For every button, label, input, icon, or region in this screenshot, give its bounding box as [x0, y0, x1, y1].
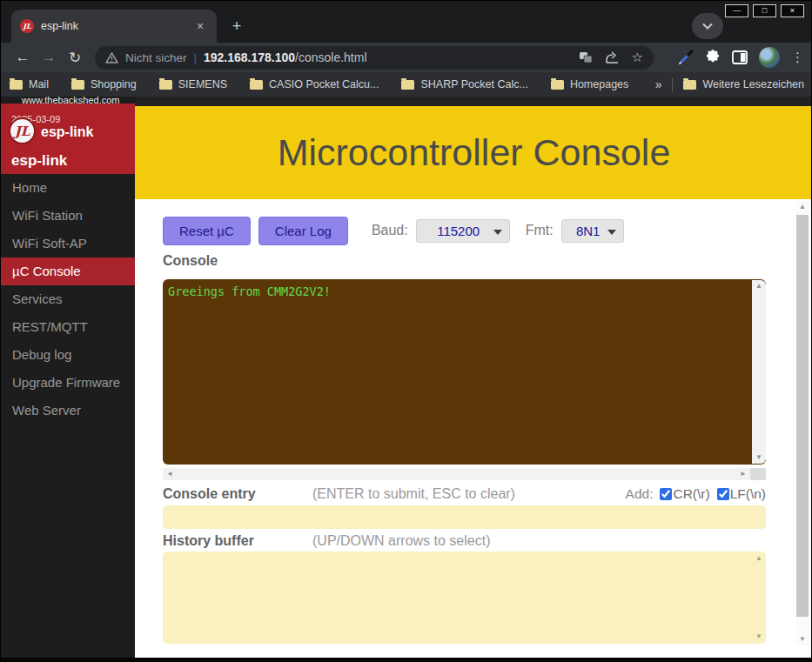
minimize-button[interactable]: —	[725, 4, 748, 17]
console-section-label: Console	[163, 253, 218, 269]
bookmark-item[interactable]: Homepages	[551, 78, 628, 90]
bookmark-label: Mail	[29, 78, 49, 90]
scrollbar-thumb[interactable]	[796, 215, 809, 617]
security-label: Nicht sicher	[125, 51, 187, 64]
baud-select[interactable]: 115200	[416, 219, 510, 243]
bookmark-star-icon[interactable]: ☆	[632, 50, 643, 65]
history-vertical-scrollbar[interactable]: ▲ ▼	[752, 552, 766, 643]
cr-checkbox-label[interactable]: CR(\r)	[660, 486, 709, 502]
browser-menu-icon[interactable]: ⋮	[791, 50, 804, 65]
history-buffer-row: History buffer (UP/DOWN arrows to select…	[163, 533, 766, 549]
maximize-button[interactable]: □	[753, 4, 776, 17]
folder-icon	[551, 80, 564, 90]
bookmark-label: CASIO Pocket Calcu...	[269, 78, 379, 90]
sidebar-item-debug-log[interactable]: Debug log	[1, 341, 135, 369]
bookmark-item[interactable]: Mail	[10, 78, 49, 90]
page-viewport: www.thebackshed.com 2025-03-09 JL esp-li…	[1, 97, 812, 658]
sidebar-item-wifi-softap[interactable]: WiFi Soft-AP	[1, 230, 135, 257]
side-panel-icon[interactable]	[732, 50, 748, 64]
share-icon[interactable]	[605, 51, 620, 64]
clear-log-button[interactable]: Clear Log	[258, 217, 348, 245]
url-separator: |	[194, 51, 197, 64]
console-horizontal-scrollbar[interactable]: ◄ ►	[163, 468, 750, 480]
browser-toolbar: ← → ↻ Nicht sicher | 192.168.178.100/con…	[1, 43, 812, 72]
tab-title: esp-link	[41, 20, 185, 32]
toolbar-extensions-area: ⋮	[678, 47, 812, 68]
bookmark-item[interactable]: Shopping	[71, 78, 137, 90]
address-bar[interactable]: Nicht sicher | 192.168.178.100/console.h…	[95, 46, 654, 70]
console-entry-hint: (ENTER to submit, ESC to clear)	[312, 486, 515, 502]
browser-window: JL esp-link × + — □ × ← → ↻ Nicht sicher…	[0, 0, 812, 662]
scroll-down-icon[interactable]: ▼	[752, 451, 766, 464]
window-bottom-border	[1, 658, 812, 662]
sidebar-item-services[interactable]: Services	[1, 285, 135, 313]
history-buffer-box[interactable]: ▲ ▼	[163, 552, 766, 644]
new-tab-button[interactable]: +	[225, 15, 248, 37]
extensions-puzzle-icon[interactable]	[705, 50, 721, 65]
page-header: Microcontroller Console	[135, 106, 812, 199]
profile-avatar[interactable]	[759, 47, 780, 68]
scroll-left-icon[interactable]: ◄	[163, 468, 177, 480]
sidebar-item-home[interactable]: Home	[1, 174, 135, 202]
scroll-down-icon[interactable]: ▼	[752, 631, 766, 643]
tab-close-icon[interactable]: ×	[192, 18, 208, 34]
scrollbar-corner	[750, 468, 766, 480]
tab-esp-link[interactable]: JL esp-link ×	[11, 10, 217, 43]
folder-icon	[250, 80, 263, 90]
bookmark-label: Shopping	[91, 78, 137, 90]
bookmarks-divider	[672, 77, 673, 91]
close-button[interactable]: ×	[781, 4, 804, 17]
scroll-right-icon[interactable]: ►	[736, 468, 750, 480]
not-secure-warning-icon	[105, 52, 118, 64]
eyedropper-extension-icon[interactable]	[678, 50, 694, 65]
bookmark-item[interactable]: CASIO Pocket Calcu...	[250, 78, 379, 90]
other-bookmarks-label: Weitere Lesezeichen	[702, 78, 804, 90]
sidebar-item-uc-console[interactable]: µC Console	[1, 257, 135, 285]
bookmark-label: SHARP Pocket Calc...	[420, 78, 527, 90]
console-page-content: Reset µC Clear Log Baud: 115200 Fmt: 8N1…	[135, 199, 812, 658]
reload-button[interactable]: ↻	[62, 49, 88, 67]
fmt-label: Fmt:	[526, 223, 554, 238]
tab-search-button[interactable]	[692, 13, 723, 39]
translate-icon[interactable]	[579, 51, 593, 64]
reset-uc-button[interactable]: Reset µC	[163, 217, 251, 245]
fmt-select[interactable]: 8N1	[561, 219, 624, 243]
folder-icon	[10, 80, 23, 90]
folder-icon	[683, 80, 696, 90]
other-bookmarks-button[interactable]: Weitere Lesezeichen	[683, 78, 804, 90]
scroll-up-icon[interactable]: ▲	[795, 201, 809, 213]
esp-link-logo-icon: JL	[9, 117, 36, 144]
sidebar-item-upgrade-firmware[interactable]: Upgrade Firmware	[1, 369, 135, 397]
page-scrollbar[interactable]: ▲ ▼	[795, 201, 809, 645]
cr-checkbox[interactable]	[660, 488, 672, 500]
add-label: Add:	[626, 486, 654, 502]
sidebar-heading: esp-link	[11, 152, 67, 170]
forward-button[interactable]: →	[36, 49, 62, 66]
console-entry-input[interactable]	[163, 505, 766, 529]
folder-icon	[401, 80, 414, 90]
sidebar-item-rest-mqtt[interactable]: REST/MQTT	[1, 313, 135, 341]
console-output[interactable]: Greeings from CMM2G2V2! ▲ ▼	[163, 279, 766, 465]
scroll-up-icon[interactable]: ▲	[752, 280, 766, 292]
console-output-text: Greeings from CMM2G2V2!	[168, 284, 331, 298]
sidebar-brand: esp-link	[41, 124, 93, 140]
page-title: Microcontroller Console	[278, 131, 671, 174]
scroll-up-icon[interactable]: ▲	[752, 552, 766, 565]
console-entry-label: Console entry	[163, 486, 312, 502]
sidebar: www.thebackshed.com 2025-03-09 JL esp-li…	[1, 97, 135, 658]
bookmark-item[interactable]: SIEMENS	[159, 78, 227, 90]
bookmarks-bar: Mail Shopping SIEMENS CASIO Pocket Calcu…	[1, 72, 812, 97]
sidebar-item-wifi-station[interactable]: WiFi Station	[1, 202, 135, 230]
bookmark-item[interactable]: SHARP Pocket Calc...	[401, 78, 527, 90]
scroll-down-icon[interactable]: ▼	[795, 633, 809, 645]
back-button[interactable]: ←	[10, 49, 36, 66]
sidebar-item-web-server[interactable]: Web Server	[1, 397, 135, 425]
bookmark-label: SIEMENS	[178, 78, 227, 90]
history-buffer-label: History buffer	[163, 533, 312, 549]
bookmarks-overflow-icon[interactable]: »	[655, 77, 662, 91]
tab-strip: JL esp-link × + — □ ×	[1, 1, 812, 43]
lf-checkbox[interactable]	[717, 488, 729, 500]
console-vertical-scrollbar[interactable]: ▲ ▼	[752, 280, 766, 464]
lf-checkbox-label[interactable]: LF(\n)	[717, 486, 766, 502]
history-buffer-hint: (UP/DOWN arrows to select)	[312, 533, 490, 549]
